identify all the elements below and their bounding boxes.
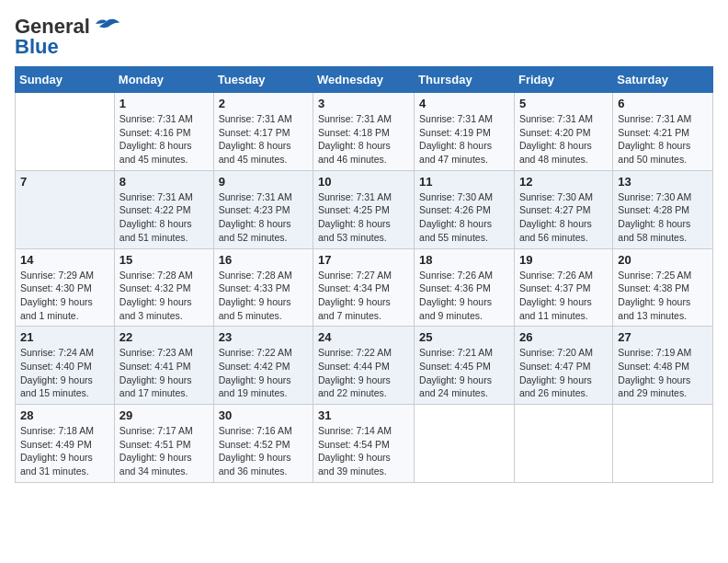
day-number: 4 — [419, 97, 509, 110]
calendar-week-5: 28Sunrise: 7:18 AMSunset: 4:49 PMDayligh… — [16, 405, 713, 483]
calendar-header: SundayMondayTuesdayWednesdayThursdayFrid… — [16, 67, 713, 93]
day-number: 5 — [519, 97, 608, 110]
day-info: Sunrise: 7:16 AMSunset: 4:52 PMDaylight:… — [219, 424, 308, 478]
logo: General Blue — [15, 15, 119, 59]
day-info: Sunrise: 7:27 AMSunset: 4:34 PMDaylight:… — [318, 269, 409, 323]
day-info: Sunrise: 7:31 AMSunset: 4:20 PMDaylight:… — [519, 112, 608, 167]
calendar-body: 1Sunrise: 7:31 AMSunset: 4:16 PMDaylight… — [16, 93, 713, 483]
calendar-cell: 26Sunrise: 7:20 AMSunset: 4:47 PMDayligh… — [514, 327, 612, 405]
calendar-cell — [415, 405, 515, 483]
day-number: 16 — [219, 253, 308, 267]
weekday-header-sunday: Sunday — [16, 67, 115, 93]
day-info: Sunrise: 7:26 AMSunset: 4:36 PMDaylight:… — [419, 269, 509, 323]
day-info: Sunrise: 7:31 AMSunset: 4:25 PMDaylight:… — [318, 190, 409, 245]
calendar-cell: 16Sunrise: 7:28 AMSunset: 4:33 PMDayligh… — [213, 248, 313, 327]
calendar-cell: 6Sunrise: 7:31 AMSunset: 4:21 PMDaylight… — [613, 93, 713, 171]
weekday-header-friday: Friday — [514, 67, 612, 93]
calendar-cell: 3Sunrise: 7:31 AMSunset: 4:18 PMDaylight… — [313, 93, 415, 171]
calendar-week-3: 14Sunrise: 7:29 AMSunset: 4:30 PMDayligh… — [16, 248, 713, 327]
calendar-cell: 4Sunrise: 7:31 AMSunset: 4:19 PMDaylight… — [415, 93, 515, 171]
calendar-cell — [514, 405, 612, 483]
weekday-header-thursday: Thursday — [415, 67, 515, 93]
calendar-cell: 13Sunrise: 7:30 AMSunset: 4:28 PMDayligh… — [613, 170, 713, 248]
day-info: Sunrise: 7:25 AMSunset: 4:38 PMDaylight:… — [618, 269, 708, 323]
calendar-cell: 9Sunrise: 7:31 AMSunset: 4:23 PMDaylight… — [213, 170, 313, 248]
day-number: 10 — [318, 175, 409, 189]
day-number: 24 — [318, 330, 409, 344]
calendar-cell: 19Sunrise: 7:26 AMSunset: 4:37 PMDayligh… — [514, 248, 612, 327]
day-info: Sunrise: 7:19 AMSunset: 4:48 PMDaylight:… — [618, 346, 708, 400]
day-number: 26 — [519, 330, 608, 344]
day-info: Sunrise: 7:14 AMSunset: 4:54 PMDaylight:… — [318, 424, 409, 478]
calendar-cell: 18Sunrise: 7:26 AMSunset: 4:36 PMDayligh… — [415, 248, 515, 327]
calendar-cell: 27Sunrise: 7:19 AMSunset: 4:48 PMDayligh… — [613, 327, 713, 405]
day-info: Sunrise: 7:21 AMSunset: 4:45 PMDaylight:… — [419, 346, 509, 400]
calendar-cell: 30Sunrise: 7:16 AMSunset: 4:52 PMDayligh… — [213, 405, 313, 483]
calendar-cell: 21Sunrise: 7:24 AMSunset: 4:40 PMDayligh… — [16, 327, 115, 405]
day-info: Sunrise: 7:28 AMSunset: 4:32 PMDaylight:… — [119, 269, 209, 323]
day-info: Sunrise: 7:18 AMSunset: 4:49 PMDaylight:… — [20, 424, 109, 478]
day-info: Sunrise: 7:31 AMSunset: 4:16 PMDaylight:… — [119, 112, 209, 167]
day-info: Sunrise: 7:28 AMSunset: 4:33 PMDaylight:… — [219, 269, 308, 323]
day-number: 20 — [618, 253, 708, 267]
day-info: Sunrise: 7:17 AMSunset: 4:51 PMDaylight:… — [119, 424, 209, 478]
weekday-header-saturday: Saturday — [613, 67, 713, 93]
day-number: 7 — [20, 175, 109, 189]
calendar-cell: 10Sunrise: 7:31 AMSunset: 4:25 PMDayligh… — [313, 170, 415, 248]
calendar-week-1: 1Sunrise: 7:31 AMSunset: 4:16 PMDaylight… — [16, 93, 713, 171]
day-info: Sunrise: 7:22 AMSunset: 4:44 PMDaylight:… — [318, 346, 409, 400]
calendar-week-4: 21Sunrise: 7:24 AMSunset: 4:40 PMDayligh… — [16, 327, 713, 405]
day-number: 14 — [20, 253, 109, 267]
calendar-cell: 29Sunrise: 7:17 AMSunset: 4:51 PMDayligh… — [114, 405, 213, 483]
logo-blue: Blue — [15, 35, 59, 59]
day-number: 22 — [119, 330, 209, 344]
day-number: 18 — [419, 253, 509, 267]
calendar-cell: 23Sunrise: 7:22 AMSunset: 4:42 PMDayligh… — [213, 327, 313, 405]
calendar-week-2: 78Sunrise: 7:31 AMSunset: 4:22 PMDayligh… — [16, 170, 713, 248]
calendar-cell — [613, 405, 713, 483]
weekday-row: SundayMondayTuesdayWednesdayThursdayFrid… — [16, 67, 713, 93]
calendar-cell: 7 — [16, 170, 115, 248]
day-number: 9 — [219, 175, 308, 189]
day-number: 30 — [219, 408, 308, 422]
day-number: 3 — [318, 97, 409, 110]
calendar-cell: 12Sunrise: 7:30 AMSunset: 4:27 PMDayligh… — [514, 170, 612, 248]
weekday-header-tuesday: Tuesday — [213, 67, 313, 93]
calendar-cell: 20Sunrise: 7:25 AMSunset: 4:38 PMDayligh… — [613, 248, 713, 327]
day-info: Sunrise: 7:31 AMSunset: 4:19 PMDaylight:… — [419, 112, 509, 167]
day-info: Sunrise: 7:31 AMSunset: 4:21 PMDaylight:… — [618, 112, 708, 167]
calendar-cell: 8Sunrise: 7:31 AMSunset: 4:22 PMDaylight… — [114, 170, 213, 248]
day-number: 25 — [419, 330, 509, 344]
day-number: 13 — [618, 175, 708, 189]
day-info: Sunrise: 7:23 AMSunset: 4:41 PMDaylight:… — [119, 346, 209, 400]
day-number: 12 — [519, 175, 608, 189]
day-number: 15 — [119, 253, 209, 267]
day-number: 31 — [318, 408, 409, 422]
calendar-cell: 25Sunrise: 7:21 AMSunset: 4:45 PMDayligh… — [415, 327, 515, 405]
day-number: 29 — [119, 408, 209, 422]
day-number: 1 — [119, 97, 209, 110]
weekday-header-wednesday: Wednesday — [313, 67, 415, 93]
day-number: 19 — [519, 253, 608, 267]
calendar-cell: 22Sunrise: 7:23 AMSunset: 4:41 PMDayligh… — [114, 327, 213, 405]
calendar-cell: 2Sunrise: 7:31 AMSunset: 4:17 PMDaylight… — [213, 93, 313, 171]
day-number: 8 — [119, 175, 209, 189]
calendar-cell: 28Sunrise: 7:18 AMSunset: 4:49 PMDayligh… — [16, 405, 115, 483]
day-number: 21 — [20, 330, 109, 344]
calendar-cell: 31Sunrise: 7:14 AMSunset: 4:54 PMDayligh… — [313, 405, 415, 483]
day-number: 28 — [20, 408, 109, 422]
day-number: 6 — [618, 97, 708, 110]
day-info: Sunrise: 7:31 AMSunset: 4:23 PMDaylight:… — [219, 190, 308, 245]
calendar-cell: 17Sunrise: 7:27 AMSunset: 4:34 PMDayligh… — [313, 248, 415, 327]
day-info: Sunrise: 7:30 AMSunset: 4:27 PMDaylight:… — [519, 190, 608, 245]
calendar-cell: 24Sunrise: 7:22 AMSunset: 4:44 PMDayligh… — [313, 327, 415, 405]
calendar-cell: 14Sunrise: 7:29 AMSunset: 4:30 PMDayligh… — [16, 248, 115, 327]
calendar-cell: 5Sunrise: 7:31 AMSunset: 4:20 PMDaylight… — [514, 93, 612, 171]
weekday-header-monday: Monday — [114, 67, 213, 93]
day-info: Sunrise: 7:31 AMSunset: 4:22 PMDaylight:… — [119, 190, 209, 245]
day-info: Sunrise: 7:30 AMSunset: 4:26 PMDaylight:… — [419, 190, 509, 245]
day-info: Sunrise: 7:30 AMSunset: 4:28 PMDaylight:… — [618, 190, 708, 245]
page-header: General Blue — [15, 15, 713, 59]
calendar-table: SundayMondayTuesdayWednesdayThursdayFrid… — [15, 66, 713, 483]
day-number: 17 — [318, 253, 409, 267]
